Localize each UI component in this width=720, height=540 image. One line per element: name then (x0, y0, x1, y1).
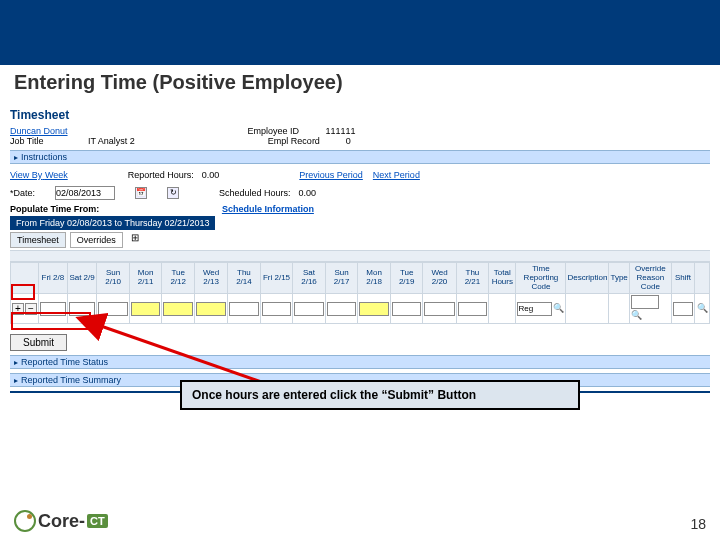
employee-row-2: Job Title IT Analyst 2 Empl Record 0 (10, 136, 710, 146)
period-range: From Friday 02/08/2013 to Thursday 02/21… (10, 216, 215, 230)
col-wed-2-20: Wed 2/20 (423, 263, 456, 294)
logo-circle-icon (14, 510, 36, 532)
col-sat-2-9: Sat 2/9 (67, 263, 97, 294)
date-row: *Date: 📅 ↻ Scheduled Hours: 0.00 (10, 186, 710, 200)
trc-input[interactable] (517, 302, 552, 316)
cell-wed-2-13[interactable] (196, 302, 226, 316)
expand-icon[interactable]: ⊞ (131, 232, 139, 248)
grid-toolbar (10, 250, 710, 262)
timesheet-heading: Timesheet (10, 108, 710, 122)
override-lookup-icon[interactable]: 🔍 (631, 310, 643, 322)
date-label: *Date: (10, 188, 35, 198)
col-total-hours: Total Hours (489, 263, 516, 294)
empl-record-value: 0 (346, 136, 351, 146)
timesheet-grid: Fri 2/8 Sat 2/9 Sun 2/10 Mon 2/11 Tue 2/… (10, 262, 710, 324)
reported-hours-value: 0.00 (202, 170, 220, 180)
cell-sun-2-10[interactable] (98, 302, 128, 316)
highlight-box-submit (11, 312, 91, 330)
cell-thu-2-21[interactable] (458, 302, 488, 316)
col-fri-2-15: Fri 2/15 (260, 263, 293, 294)
col-trc: Time Reporting Code (516, 263, 566, 294)
col-sun-2-17: Sun 2/17 (325, 263, 358, 294)
col-shift: Shift (671, 263, 694, 294)
cell-wed-2-20[interactable] (424, 302, 454, 316)
scheduled-hours-label: Scheduled Hours: (219, 188, 291, 198)
employee-id-value: 111111 (326, 126, 356, 136)
callout-box: Once hours are entered click the “Submit… (180, 380, 580, 410)
employee-name-link[interactable]: Duncan Donut (10, 126, 68, 136)
next-period-link[interactable]: Next Period (373, 170, 420, 180)
job-title-value: IT Analyst 2 (88, 136, 135, 146)
highlight-box-addrow (11, 284, 35, 300)
col-description: Description (566, 263, 609, 294)
slide-title: Entering Time (Positive Employee) (0, 65, 720, 100)
col-mon-2-18: Mon 2/18 (358, 263, 391, 294)
page-number: 18 (690, 516, 706, 532)
submit-button[interactable]: Submit (10, 334, 67, 351)
footer: Core- CT 18 (0, 510, 720, 532)
employee-row-1: Duncan Donut Employee ID 111111 (10, 126, 710, 136)
populate-time-label: Populate Time From: Schedule Information (10, 204, 710, 214)
cell-thu-2-14[interactable] (229, 302, 259, 316)
calendar-icon[interactable]: 📅 (135, 187, 147, 199)
col-wed-2-13: Wed 2/13 (194, 263, 227, 294)
col-thu-2-14: Thu 2/14 (228, 263, 261, 294)
cell-fri-2-15[interactable] (262, 302, 292, 316)
shift-lookup-icon[interactable]: 🔍 (696, 303, 708, 315)
col-sat-2-16: Sat 2/16 (293, 263, 326, 294)
instructions-bar[interactable]: Instructions (10, 150, 710, 164)
employee-id-label: Employee ID (248, 126, 318, 136)
timesheet-header-row: Fri 2/8 Sat 2/9 Sun 2/10 Mon 2/11 Tue 2/… (11, 263, 710, 294)
refresh-icon[interactable]: ↻ (167, 187, 179, 199)
tab-timesheet[interactable]: Timesheet (10, 232, 66, 248)
cell-sat-2-16[interactable] (294, 302, 324, 316)
trc-lookup-icon[interactable]: 🔍 (552, 303, 564, 315)
col-override-reason: Override Reason Code (629, 263, 671, 294)
cell-mon-2-11[interactable] (131, 302, 161, 316)
cell-type (609, 294, 629, 324)
scheduled-hours-value: 0.00 (299, 188, 317, 198)
col-mon-2-11: Mon 2/11 (129, 263, 162, 294)
col-tue-2-12: Tue 2/12 (162, 263, 195, 294)
reported-time-status-bar[interactable]: Reported Time Status (10, 355, 710, 369)
view-by-link[interactable]: View By Week (10, 170, 68, 180)
content-area: Timesheet Duncan Donut Employee ID 11111… (0, 100, 720, 393)
cell-tue-2-19[interactable] (392, 302, 422, 316)
view-date-row: View By Week Reported Hours: 0.00 Previo… (10, 170, 710, 180)
slide-header-bar (0, 0, 720, 65)
job-title-label: Job Title (10, 136, 80, 146)
logo-ct-badge: CT (87, 514, 108, 528)
date-input[interactable] (55, 186, 115, 200)
previous-period-link[interactable]: Previous Period (299, 170, 363, 180)
schedule-info-link[interactable]: Schedule Information (222, 204, 314, 214)
tab-overrides[interactable]: Overrides (70, 232, 123, 248)
override-reason-input[interactable] (631, 295, 659, 309)
timesheet-data-row: +− 🔍 (11, 294, 710, 324)
logo-text: Core- (38, 511, 85, 532)
shift-input[interactable] (673, 302, 693, 316)
cell-description (566, 294, 609, 324)
col-tue-2-19: Tue 2/19 (390, 263, 423, 294)
col-sun-2-10: Sun 2/10 (97, 263, 130, 294)
cell-sun-2-17[interactable] (327, 302, 357, 316)
col-thu-2-21: Thu 2/21 (456, 263, 489, 294)
reported-hours-label: Reported Hours: (128, 170, 194, 180)
col-type: Type (609, 263, 629, 294)
cell-total-hours (489, 294, 516, 324)
core-ct-logo: Core- CT (14, 510, 108, 532)
cell-mon-2-18[interactable] (359, 302, 389, 316)
submit-row: Submit (10, 334, 710, 351)
col-fri-2-8: Fri 2/8 (39, 263, 68, 294)
timesheet-screenshot: Timesheet Duncan Donut Employee ID 11111… (10, 108, 710, 393)
cell-tue-2-12[interactable] (163, 302, 193, 316)
tabs-row: Timesheet Overrides ⊞ (10, 232, 710, 248)
empl-record-label: Empl Record (268, 136, 338, 146)
